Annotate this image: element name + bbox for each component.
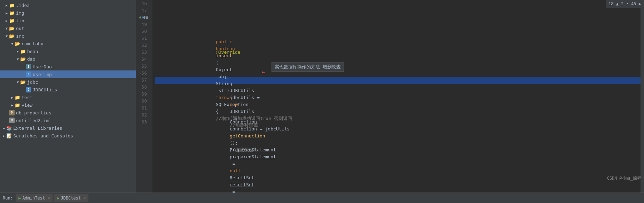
sidebar-item-comlaby[interactable]: ▼ 📂 com.laby [0, 40, 136, 47]
code-line-51: PreparedStatement preparedStatement = nu… [155, 160, 641, 167]
sidebar-label-dbprops: db.properties [16, 110, 52, 115]
folder-icon-lib: 📁 [9, 18, 15, 23]
type-rs52: ResultSet [230, 175, 257, 180]
sidebar-label-userimp: UserImp [33, 72, 52, 77]
top-right-bar: 18 ▲ 2 • 45 ▶ [606, 0, 644, 8]
csdn-watermark: CSDN @小白_编程 [607, 175, 641, 181]
sidebar-item-src[interactable]: ▼ 📂 src [0, 32, 136, 40]
tree-arrow-test: ▶ [10, 96, 15, 99]
line-num-51: 51 [139, 35, 150, 42]
line-num-54: 54 [139, 56, 150, 63]
line-num-63: 63 [139, 119, 150, 126]
assign-51: = [230, 161, 238, 166]
sidebar-item-extlibs[interactable]: ▶ 📚 External Libraries [0, 124, 136, 132]
assign-52: = [230, 189, 238, 193]
java-class-icon-jdbcutils: C [26, 87, 31, 92]
tree-arrow-jdbc: ▼ [15, 80, 20, 84]
code-line-52: ResultSet resultSet = null ; [155, 188, 641, 193]
sidebar-item-img[interactable]: ▶ 📁 img [0, 9, 136, 17]
run-icon-jdbctest: ▶ [57, 196, 59, 201]
folder-icon-idea: 📁 [9, 2, 15, 8]
sidebar-label-lib: lib [16, 18, 24, 23]
tab-label-jdbctest: JDBCtest [61, 196, 81, 201]
top-right-info: 18 ▲ 2 • 45 ▶ [608, 1, 641, 6]
sidebar-item-iml[interactable]: M untitled2.iml [0, 116, 136, 124]
tree-arrow-idea: ▶ [4, 3, 9, 7]
editor-area: 18 ▲ 2 • 45 ▶ ← 实现数据库操作的方法-增删改查 46 47 ● … [136, 0, 644, 193]
sidebar-item-out[interactable]: ▼ 📂 out [0, 24, 136, 32]
tree-arrow-view: ▶ [10, 103, 15, 107]
tree-arrow-src: ▼ [4, 34, 9, 38]
param-obj: obj, [216, 74, 232, 79]
sidebar-tree[interactable]: ▶ 📁 .idea ▶ 📁 img ▶ 📁 lib ▼ [0, 0, 136, 193]
code-container[interactable]: 46 47 ● @ ⑂ 48 49 50 51 52 53 5 [136, 0, 644, 193]
var-rs52: resultSet [230, 182, 254, 187]
sidebar-item-scratches[interactable]: ▶ 📝 Scratches and Consoles [0, 132, 136, 140]
tab-jdbctest[interactable]: ▶ JDBCtest ✕ [54, 194, 88, 202]
sidebar-item-dbprops[interactable]: P db.properties [0, 109, 136, 116]
sidebar-label-iml: untitled2.iml [16, 118, 52, 123]
line-num-62: 62 [139, 112, 150, 119]
method-getconn: getConnection [230, 133, 265, 138]
line-num-49: 49 [139, 21, 150, 28]
code-lines[interactable]: @Override public boolean insert ( Object… [152, 0, 641, 193]
line-num-58: 58 [139, 84, 150, 91]
tree-arrow-lib: ▶ [4, 19, 9, 23]
sidebar-item-idea[interactable]: ▶ 📁 .idea [0, 1, 136, 9]
line-num-57: 57 [139, 77, 150, 84]
sidebar-label-comlaby: com.laby [22, 41, 44, 46]
iml-icon: M [9, 118, 15, 123]
sidebar-item-userdao[interactable]: I UserDao [0, 63, 136, 70]
sidebar-label-src: src [16, 33, 24, 39]
sidebar-label-bean: bean [27, 49, 38, 54]
scratches-icon: 📝 [6, 133, 12, 138]
sidebar-label-jdbcutils: JDBCUtils [33, 87, 57, 92]
type-object: Object [216, 67, 232, 72]
tab-admintest[interactable]: ▶ AdminTest ✕ [16, 194, 53, 202]
code-line-46 [155, 21, 641, 28]
sidebar-label-jdbc: jdbc [27, 80, 38, 85]
tree-arrow-bean: ▶ [15, 50, 20, 53]
tree-arrow-comlaby: ▼ [10, 42, 15, 46]
line-num-53: 53 [139, 49, 150, 56]
sidebar-label-view: view [22, 103, 32, 108]
tooltip-popup: 实现数据库操作的方法-增删改查 [272, 62, 344, 72]
var-jdbcutils: jdbcUtils = [230, 95, 262, 100]
tree-arrow-extlibs: ▶ [1, 126, 6, 130]
code-line-50: Connection connection = jdbcUtils. getCo… [155, 133, 641, 140]
sidebar-item-jdbc[interactable]: ▼ 📂 jdbc [0, 78, 136, 86]
tree-arrow-out: ▼ [4, 27, 9, 30]
sidebar: ▶ 📁 .idea ▶ 📁 img ▶ 📁 lib ▼ [0, 0, 136, 193]
sidebar-item-view[interactable]: ▶ 📁 view [0, 101, 136, 109]
ext-lib-icon: 📚 [6, 125, 12, 131]
tree-arrow-scratches: ▶ [1, 134, 6, 138]
scrollbar[interactable] [641, 0, 644, 193]
var-connection: connection = jdbcUtils. [230, 126, 292, 131]
close-btn-jdbctest[interactable]: ✕ [84, 196, 86, 200]
folder-icon-out: 📂 [9, 25, 15, 31]
line-num-59: 59 [139, 91, 150, 98]
run-icon-admintest: ▶ [18, 196, 21, 201]
folder-icon-img: 📁 [9, 10, 15, 16]
sidebar-item-userimp[interactable]: C UserImp [0, 70, 136, 78]
java-interface-icon-userdao: I [26, 64, 31, 69]
sidebar-item-test[interactable]: ▶ 📁 test [0, 93, 136, 101]
sidebar-item-dao[interactable]: ▼ 📂 dao [0, 55, 136, 63]
paren-open: ( [216, 60, 219, 65]
close-btn-admintest[interactable]: ✕ [48, 196, 50, 200]
sidebar-label-userdao: UserDao [33, 64, 52, 69]
line-num-46: 46 [139, 0, 150, 7]
line-num-50: 50 [139, 28, 150, 35]
folder-icon-src: 📂 [9, 33, 15, 39]
sidebar-label-dao: dao [27, 57, 35, 62]
sidebar-item-lib[interactable]: ▶ 📁 lib [0, 17, 136, 24]
kw-boolean: boolean [216, 46, 238, 51]
gutter-override-icon: ● [139, 14, 141, 21]
main-container: ▶ 📁 .idea ▶ 📁 img ▶ 📁 lib ▼ [0, 0, 644, 193]
folder-icon-jdbc: 📂 [20, 79, 26, 85]
sidebar-item-bean[interactable]: ▶ 📁 bean [0, 47, 136, 55]
sidebar-label-out: out [16, 26, 24, 31]
tooltip-text: 实现数据库操作的方法-增删改查 [275, 64, 341, 69]
sidebar-item-jdbcutils[interactable]: C JDBCUtils [0, 86, 136, 93]
gutter-fork-icon: ⑂ [144, 14, 146, 21]
